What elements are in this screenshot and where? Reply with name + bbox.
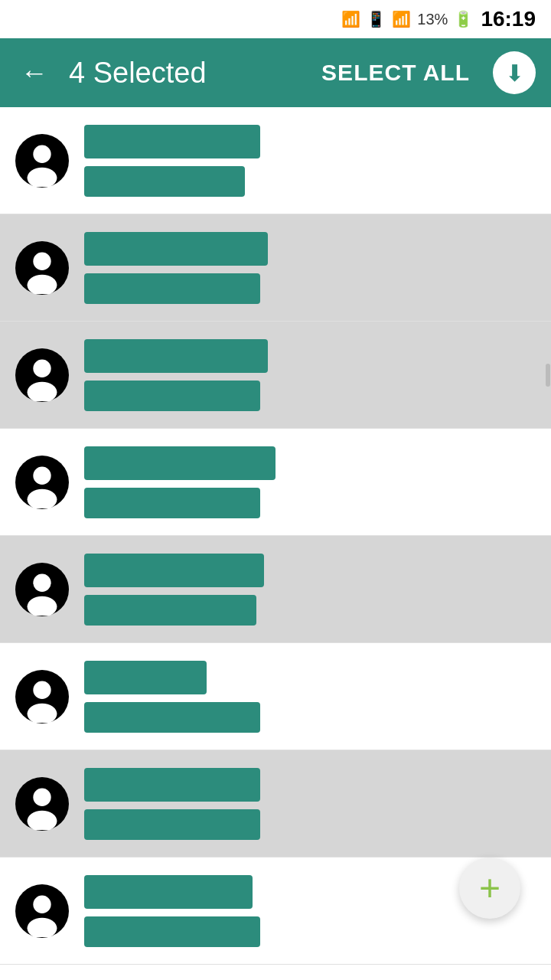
contact-name	[84, 125, 260, 158]
contact-name	[84, 875, 253, 909]
avatar	[15, 456, 69, 509]
contact-list	[0, 107, 551, 965]
contact-info	[84, 768, 536, 840]
contact-item[interactable]	[0, 107, 551, 214]
avatar	[15, 241, 69, 295]
battery-icon: 🔋	[454, 10, 473, 28]
scroll-indicator	[545, 322, 551, 428]
svg-point-19	[33, 788, 51, 805]
svg-point-7	[33, 359, 51, 377]
clock: 16:19	[481, 7, 536, 31]
contact-phone	[84, 595, 256, 626]
download-button[interactable]: ⬇	[493, 51, 536, 94]
contact-phone	[84, 273, 260, 304]
app-bar-title: 4 Selected	[69, 57, 306, 90]
contact-phone	[84, 916, 260, 947]
sim-icon: 📱	[367, 10, 386, 28]
back-button[interactable]: ←	[15, 57, 54, 89]
contact-phone	[84, 381, 260, 411]
avatar	[15, 884, 69, 938]
contact-name	[84, 232, 268, 266]
contact-info	[84, 125, 536, 197]
avatar	[15, 348, 69, 402]
contact-phone	[84, 166, 245, 197]
signal-icon: 📶	[392, 10, 411, 28]
contact-phone	[84, 488, 260, 518]
contact-item[interactable]	[0, 322, 551, 429]
battery-indicator: 13%	[417, 11, 448, 28]
add-icon: +	[479, 870, 500, 906]
status-bar: 📶 📱 📶 13% 🔋 16:19	[0, 0, 551, 38]
select-all-button[interactable]: SELECT ALL	[321, 60, 470, 86]
contact-info	[84, 661, 536, 733]
contact-item[interactable]	[0, 429, 551, 536]
contact-info	[84, 446, 536, 518]
status-icons: 📶 📱 📶 13% 🔋	[341, 10, 473, 28]
contact-info	[84, 554, 536, 626]
contact-info	[84, 232, 536, 304]
svg-point-16	[33, 681, 51, 698]
contact-phone	[84, 702, 260, 733]
avatar	[15, 563, 69, 616]
svg-point-22	[33, 895, 51, 913]
contact-item[interactable]	[0, 643, 551, 750]
svg-point-10	[33, 466, 51, 484]
avatar	[15, 670, 69, 724]
app-bar: ← 4 Selected SELECT ALL ⬇	[0, 38, 551, 107]
contact-item[interactable]	[0, 750, 551, 858]
contact-name	[84, 554, 264, 587]
contact-name	[84, 661, 207, 694]
download-icon: ⬇	[505, 60, 524, 87]
contact-info	[84, 339, 536, 411]
avatar	[15, 134, 69, 188]
avatar	[15, 777, 69, 831]
svg-point-1	[33, 145, 51, 162]
wifi-icon: 📶	[341, 10, 360, 28]
contact-name	[84, 339, 268, 373]
svg-point-4	[33, 252, 51, 270]
contact-item[interactable]	[0, 214, 551, 322]
svg-point-13	[33, 573, 51, 591]
contact-name	[84, 768, 260, 802]
contact-phone	[84, 809, 260, 840]
add-contact-fab[interactable]: +	[459, 858, 520, 919]
contact-name	[84, 446, 276, 480]
contact-item[interactable]	[0, 536, 551, 643]
